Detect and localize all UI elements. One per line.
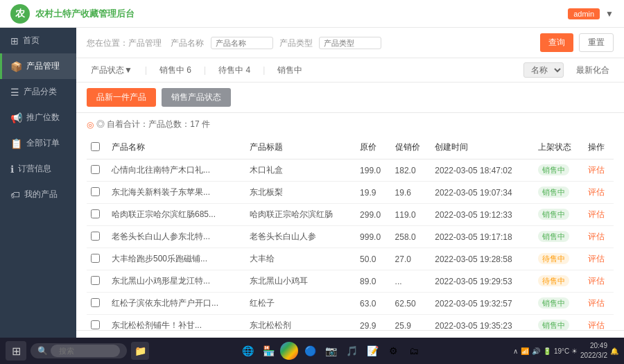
row-sale-price: 119.0 bbox=[391, 204, 431, 226]
edit-button[interactable]: 评估 bbox=[588, 187, 605, 198]
row-sale-price: 19.6 bbox=[391, 182, 431, 204]
app-title: 农村土特产收藏管理后台 bbox=[35, 8, 135, 20]
sidebar-item-categories[interactable]: ☰ 产品分类 bbox=[0, 79, 76, 105]
home-icon: ⊞ bbox=[10, 35, 19, 46]
row-action: 评估 bbox=[584, 315, 614, 331]
tab-pending[interactable]: 待售中 4 bbox=[214, 63, 254, 78]
time-display[interactable]: 20:49 2022/3/2 bbox=[580, 341, 607, 361]
tray-speaker-icon: 🔊 bbox=[532, 347, 540, 355]
taskbar-app1-icon[interactable]: 📷 bbox=[322, 342, 340, 360]
row-checkbox-cell bbox=[87, 293, 107, 315]
taskbar-search-icon: 🔍 bbox=[37, 346, 48, 356]
admin-badge[interactable]: admin bbox=[568, 8, 600, 19]
th-tag: 产品标题 bbox=[245, 136, 356, 159]
table-count-text: ◎ 自着合计：产品总数：17 件 bbox=[96, 119, 210, 130]
taskbar-edge-icon[interactable]: 🌐 bbox=[239, 342, 257, 360]
taskbar-search-input[interactable] bbox=[51, 345, 120, 357]
row-price: 199.0 bbox=[356, 159, 391, 182]
sidebar-item-my-products[interactable]: 🏷 我的产品 bbox=[0, 182, 76, 207]
add-product-button[interactable]: 品新一件产品 bbox=[87, 88, 156, 107]
row-tag: 红松子 bbox=[245, 293, 356, 315]
row-price: 50.0 bbox=[356, 248, 391, 270]
status-badge: 销售中 bbox=[538, 297, 569, 309]
row-checkbox[interactable] bbox=[91, 254, 100, 263]
tray-up-icon[interactable]: ∧ bbox=[513, 347, 518, 355]
app-logo: 农 bbox=[10, 4, 30, 24]
row-price: 29.9 bbox=[356, 315, 391, 331]
row-checkbox[interactable] bbox=[91, 209, 100, 218]
table-body: 心情向北往南特产木口礼... 木口礼盒 199.0 182.0 2022-03-… bbox=[87, 159, 614, 331]
top-bar: 农 农村土特产收藏管理后台 admin ▼ bbox=[0, 0, 624, 28]
row-action: 评估 bbox=[584, 270, 614, 293]
table-row: 东北松松剂铺牛！补甘... 东北松松剂 29.9 25.9 2022-03-05… bbox=[87, 315, 614, 331]
taskbar-app4-icon[interactable]: ⚙ bbox=[384, 342, 402, 360]
off-product-button[interactable]: 销售产品状态 bbox=[162, 88, 231, 107]
status-badge: 待售中 bbox=[538, 275, 569, 286]
filter-newest[interactable]: 最新化合 bbox=[572, 63, 614, 78]
row-checkbox[interactable] bbox=[91, 276, 100, 285]
row-tag: 哈肉联正宗哈尔滨红肠 bbox=[245, 204, 356, 226]
row-sale-price: 27.0 bbox=[391, 248, 431, 270]
th-checkbox bbox=[87, 136, 107, 159]
row-checkbox[interactable] bbox=[91, 232, 100, 241]
row-checkbox[interactable] bbox=[91, 298, 100, 307]
edit-button[interactable]: 评估 bbox=[588, 320, 605, 330]
admin-dropdown-icon[interactable]: ▼ bbox=[605, 9, 614, 19]
edit-button[interactable]: 评估 bbox=[588, 164, 605, 176]
sidebar-item-orders[interactable]: 📋 全部订单 bbox=[0, 130, 76, 156]
sidebar-item-ads-label: 推广位数 bbox=[26, 112, 60, 123]
select-all-checkbox[interactable] bbox=[91, 142, 100, 151]
taskbar-chrome-icon[interactable] bbox=[280, 342, 298, 360]
tab-selling[interactable]: 销售中 6 bbox=[155, 63, 196, 78]
tab-all-status[interactable]: 产品状态▼ bbox=[87, 63, 137, 78]
product-type-input[interactable] bbox=[319, 37, 381, 49]
row-tag: 东北黑山小鸡耳 bbox=[245, 270, 356, 293]
row-checkbox[interactable] bbox=[91, 165, 100, 174]
reset-button[interactable]: 重置 bbox=[579, 33, 614, 52]
edit-button[interactable]: 评估 bbox=[588, 253, 605, 265]
edit-button[interactable]: 评估 bbox=[588, 297, 605, 309]
sidebar-item-products[interactable]: 📦 产品管理 bbox=[0, 53, 76, 79]
row-checkbox[interactable] bbox=[91, 320, 100, 329]
row-created: 2022-03-05 19:28:58 bbox=[431, 248, 533, 270]
taskbar-file-icon[interactable]: 📁 bbox=[131, 342, 149, 360]
row-created: 2022-03-05 19:35:23 bbox=[431, 315, 533, 331]
sidebar-item-home[interactable]: ⊞ 首页 bbox=[0, 28, 76, 53]
header-actions: 查询 重置 bbox=[540, 33, 614, 52]
row-sale-price: ... bbox=[391, 270, 431, 293]
th-action: 操作 bbox=[584, 136, 614, 159]
weather-display: 19°C ☀ bbox=[554, 347, 578, 355]
product-name-input[interactable] bbox=[211, 37, 273, 49]
sidebar: ⊞ 首页 📦 产品管理 ☰ 产品分类 📢 推广位数 📋 全部订单 ℹ 订营信息 … bbox=[0, 28, 76, 364]
taskbar-app2-icon[interactable]: 🎵 bbox=[343, 342, 361, 360]
table-header-row: 产品名称 产品标题 原价 促销价 创建时间 上架状态 操作 bbox=[87, 136, 614, 159]
row-checkbox[interactable] bbox=[91, 187, 100, 196]
taskbar-browser-icon[interactable]: 🔵 bbox=[301, 342, 319, 360]
top-bar-left: 农 农村土特产收藏管理后台 bbox=[10, 4, 135, 24]
edit-button[interactable]: 评估 bbox=[588, 231, 605, 243]
sidebar-item-orders-label: 全部订单 bbox=[26, 137, 60, 149]
row-checkbox-cell bbox=[87, 204, 107, 226]
tab-draft[interactable]: 销售中 bbox=[273, 63, 306, 78]
status-badge: 销售中 bbox=[538, 209, 569, 220]
table-area: ◎ ◎ 自着合计：产品总数：17 件 产品名称 产品标题 原价 促销价 创建时间… bbox=[76, 113, 624, 330]
products-icon: 📦 bbox=[10, 61, 22, 72]
sidebar-item-ads[interactable]: 📢 推广位数 bbox=[0, 105, 76, 130]
table-row: 东北黑山小鸡形星龙江特... 东北黑山小鸡耳 89.0 ... 2022-03-… bbox=[87, 270, 614, 293]
edit-button[interactable]: 评估 bbox=[588, 209, 605, 220]
row-created: 2022-03-05 19:17:18 bbox=[431, 226, 533, 248]
taskbar-app3-icon[interactable]: 📝 bbox=[363, 342, 381, 360]
edit-button[interactable]: 评估 bbox=[588, 275, 605, 287]
notification-icon[interactable]: 🔔 bbox=[610, 347, 618, 355]
sort-select[interactable]: 名称 价格 时间 bbox=[523, 62, 564, 78]
search-button[interactable]: 查询 bbox=[540, 33, 573, 52]
breadcrumb-path: 您在位置：产品管理 bbox=[87, 38, 162, 48]
row-tag: 东北松松剂 bbox=[245, 315, 356, 331]
row-checkbox-cell bbox=[87, 226, 107, 248]
row-name: 心情向北往南特产木口礼... bbox=[107, 159, 245, 182]
sidebar-item-order-info[interactable]: ℹ 订营信息 bbox=[0, 156, 76, 182]
taskbar-app5-icon[interactable]: 🗂 bbox=[405, 342, 423, 360]
taskbar-store-icon[interactable]: 🏪 bbox=[259, 342, 277, 360]
system-tray: ∧ 📶 🔊 🔋 bbox=[513, 347, 551, 355]
windows-start-button[interactable]: ⊞ bbox=[6, 341, 26, 361]
